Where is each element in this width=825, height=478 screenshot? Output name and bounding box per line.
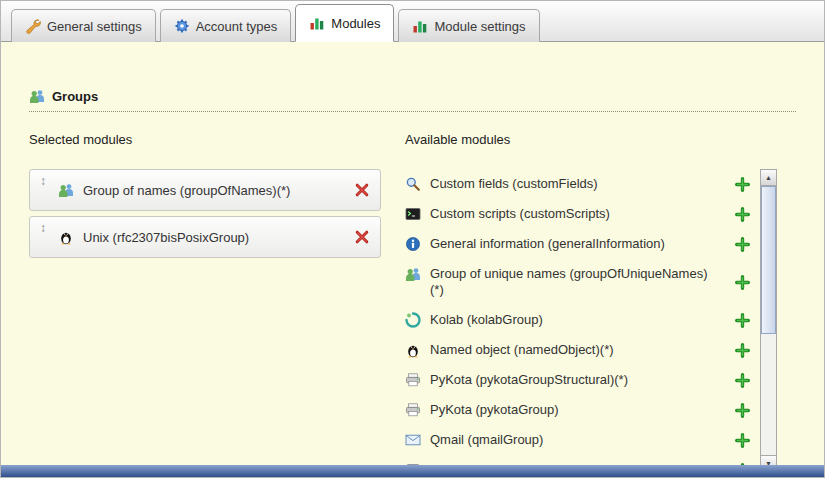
penguin-icon xyxy=(405,342,421,358)
available-module-row: PyKota (pykotaGroupStructural)(*) xyxy=(405,365,750,395)
add-module-button[interactable] xyxy=(735,343,750,358)
plus-icon xyxy=(735,373,750,388)
wrench-icon xyxy=(25,18,41,34)
remove-module-button[interactable] xyxy=(354,182,370,198)
info-icon xyxy=(405,236,421,252)
app-window: General settings Account types Modules M… xyxy=(0,0,825,478)
available-module-label: Named object (namedObject)(*) xyxy=(430,342,614,358)
scroll-up-button[interactable]: ▲ xyxy=(761,170,776,186)
available-modules-list: Custom fields (customFields) Custom scri… xyxy=(405,169,750,465)
tab-panel-modules: Groups Selected modules ↕ Group of names… xyxy=(1,42,824,465)
available-modules-column: Available modules Custom fields (customF… xyxy=(405,132,796,465)
up-arrow-icon: ▲ xyxy=(765,174,772,181)
available-module-row: General information (generalInformation) xyxy=(405,229,750,259)
tab-account-types[interactable]: Account types xyxy=(160,9,292,42)
group-icon xyxy=(58,182,74,198)
section-header: Groups xyxy=(29,88,796,112)
scrollbar-track[interactable] xyxy=(761,186,776,455)
available-module-row: Qmail (qmailGroup) xyxy=(405,425,750,455)
available-module-label: Kolab (kolabGroup) xyxy=(430,312,543,328)
selected-modules-column: Selected modules ↕ Group of names (group… xyxy=(29,132,381,465)
printer-icon xyxy=(405,372,421,388)
group-icon xyxy=(29,88,45,104)
tab-label: Account types xyxy=(196,19,278,34)
gear-icon xyxy=(174,18,190,34)
modules-columns: Selected modules ↕ Group of names (group… xyxy=(29,132,796,465)
available-module-row: Custom scripts (customScripts) xyxy=(405,199,750,229)
available-module-row: Quota (quota) xyxy=(405,455,750,465)
drag-handle-icon[interactable]: ↕ xyxy=(40,217,46,234)
plus-icon xyxy=(735,275,750,290)
scrollbar-thumb[interactable] xyxy=(761,186,776,334)
tab-bar: General settings Account types Modules M… xyxy=(1,1,824,42)
tab-label: Module settings xyxy=(434,19,525,34)
available-module-label: Group of unique names (groupOfUniqueName… xyxy=(430,266,720,298)
remove-module-button[interactable] xyxy=(354,229,370,245)
selected-modules-heading: Selected modules xyxy=(29,132,381,147)
add-module-button[interactable] xyxy=(735,433,750,448)
plus-icon xyxy=(735,237,750,252)
plus-icon xyxy=(735,177,750,192)
selected-module-row: ↕ Group of names (groupOfNames)(*) xyxy=(29,169,381,211)
add-module-button[interactable] xyxy=(735,275,750,290)
plus-icon xyxy=(735,343,750,358)
available-modules-wrap: Custom fields (customFields) Custom scri… xyxy=(405,169,796,465)
add-module-button[interactable] xyxy=(735,237,750,252)
printer-icon xyxy=(405,402,421,418)
drag-handle-icon[interactable]: ↕ xyxy=(40,170,46,187)
modules-chart-icon xyxy=(309,15,325,31)
mail-icon xyxy=(405,432,421,448)
delete-x-icon xyxy=(354,229,370,245)
available-module-row: Kolab (kolabGroup) xyxy=(405,305,750,335)
add-module-button[interactable] xyxy=(735,207,750,222)
magnifier-icon xyxy=(405,176,421,192)
delete-x-icon xyxy=(354,182,370,198)
available-module-row: Custom fields (customFields) xyxy=(405,169,750,199)
terminal-icon xyxy=(405,206,421,222)
available-module-label: General information (generalInformation) xyxy=(430,236,665,252)
add-module-button[interactable] xyxy=(735,177,750,192)
available-module-row: Group of unique names (groupOfUniqueName… xyxy=(405,259,750,305)
add-module-button[interactable] xyxy=(735,313,750,328)
modules-chart-icon xyxy=(412,18,428,34)
selected-module-label: Unix (rfc2307bisPosixGroup) xyxy=(83,230,249,245)
selected-module-row: ↕ Unix (rfc2307bisPosixGroup) xyxy=(29,216,381,258)
tab-general-settings[interactable]: General settings xyxy=(11,9,156,42)
tab-label: General settings xyxy=(47,19,142,34)
available-module-row: PyKota (pykotaGroup) xyxy=(405,395,750,425)
penguin-icon xyxy=(58,229,74,245)
kolab-icon xyxy=(405,312,421,328)
plus-icon xyxy=(735,313,750,328)
available-module-label: PyKota (pykotaGroup) xyxy=(430,402,559,418)
add-module-button[interactable] xyxy=(735,373,750,388)
plus-icon xyxy=(735,207,750,222)
available-module-label: Custom fields (customFields) xyxy=(430,176,598,192)
plus-icon xyxy=(735,403,750,418)
available-module-label: PyKota (pykotaGroupStructural)(*) xyxy=(430,372,628,388)
plus-icon xyxy=(735,433,750,448)
selected-module-label: Group of names (groupOfNames)(*) xyxy=(83,183,290,198)
available-modules-heading: Available modules xyxy=(405,132,796,147)
group-icon xyxy=(405,266,421,282)
available-module-label: Custom scripts (customScripts) xyxy=(430,206,610,222)
tab-modules[interactable]: Modules xyxy=(295,4,394,42)
section-title: Groups xyxy=(52,89,98,104)
tab-module-settings[interactable]: Module settings xyxy=(398,9,539,42)
available-module-label: Qmail (qmailGroup) xyxy=(430,432,543,448)
available-list-scrollbar[interactable]: ▲ ▼ xyxy=(760,169,777,465)
tab-label: Modules xyxy=(331,16,380,31)
add-module-button[interactable] xyxy=(735,403,750,418)
scroll-down-button[interactable]: ▼ xyxy=(761,455,776,465)
available-module-row: Named object (namedObject)(*) xyxy=(405,335,750,365)
footer-bar xyxy=(1,465,824,477)
